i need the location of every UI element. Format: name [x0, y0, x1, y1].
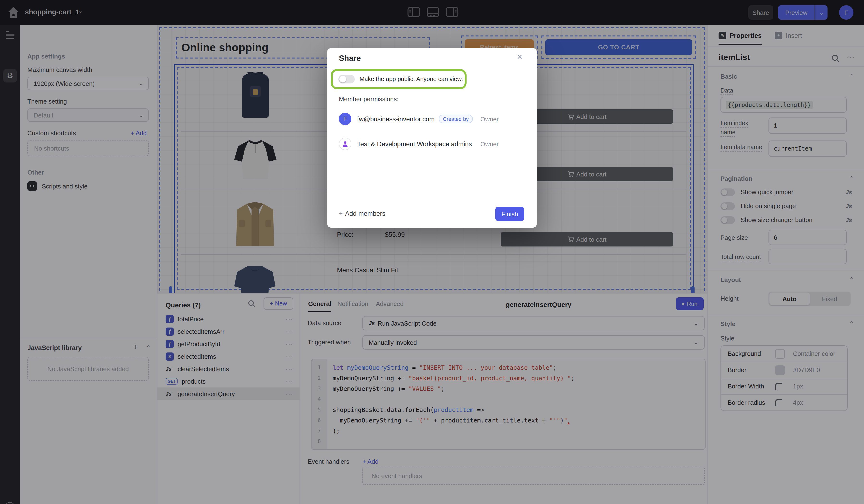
group-avatar-icon — [339, 138, 351, 150]
member-role[interactable]: Owner — [480, 115, 499, 123]
member-permissions-label: Member permissions: — [339, 96, 399, 103]
app-window: shopping-cart_1 ⌄ Share Prev — [0, 0, 864, 504]
add-members-label: Add members — [345, 210, 385, 217]
member-name: Test & Development Workspace admins — [357, 140, 472, 147]
close-icon[interactable]: × — [517, 52, 522, 62]
add-members-link[interactable]: +Add members — [339, 210, 385, 217]
member-name: fw@business-inventor.com — [357, 115, 435, 123]
public-toggle-label: Make the app public. Anyone can view. — [360, 76, 463, 83]
public-toggle-highlight: Make the app public. Anyone can view. — [331, 69, 467, 89]
member-avatar: F — [339, 113, 351, 125]
member-list: Ffw@business-inventor.comCreated byOwner… — [327, 107, 537, 156]
member-row: Test & Development Workspace adminsOwner — [327, 131, 537, 156]
member-role[interactable]: Owner — [480, 140, 499, 147]
public-toggle-switch[interactable] — [338, 75, 355, 84]
share-modal-title: Share — [339, 54, 361, 63]
created-by-badge: Created by — [439, 115, 473, 123]
finish-button[interactable]: Finish — [495, 207, 524, 221]
plus-icon: + — [339, 210, 343, 217]
member-row: Ffw@business-inventor.comCreated byOwner — [327, 107, 537, 131]
share-modal: Share × Make the app public. Anyone can … — [327, 48, 537, 228]
